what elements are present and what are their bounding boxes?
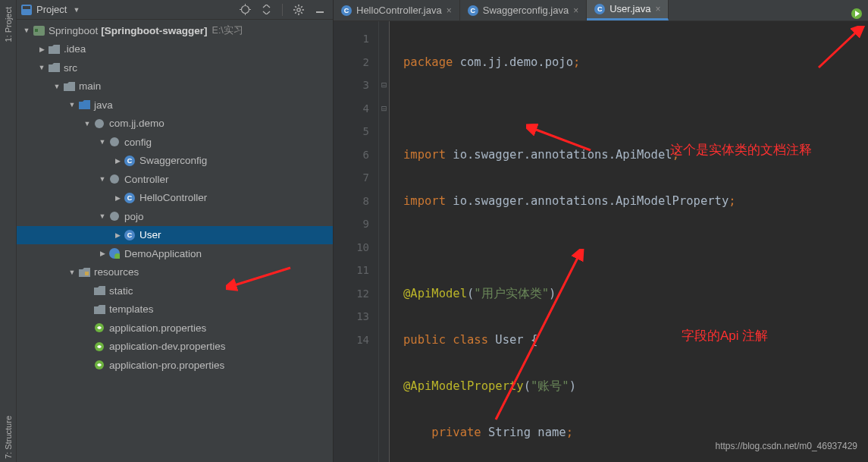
tree-item-app-pro[interactable]: ▶ application-pro.properties: [17, 356, 333, 375]
tree-item-user[interactable]: ▶ C User: [17, 226, 333, 245]
chevron-right-icon[interactable]: ▶: [36, 46, 47, 53]
tree-item-config[interactable]: ▼ config: [17, 133, 333, 152]
svg-rect-1: [23, 6, 30, 9]
tree-item-static[interactable]: ▶ static: [17, 281, 333, 300]
tree-bracket: [Springboot-swagger]: [101, 25, 207, 36]
editor-area: C HelloController.java × C Swaggerconfig…: [334, 0, 868, 462]
tree-item-resources[interactable]: ▼ resources: [17, 263, 333, 282]
tree-item-hellocontroller[interactable]: ▶ C HelloController: [17, 189, 333, 208]
svg-text:C: C: [127, 231, 133, 239]
tree-path: E:\实习: [212, 24, 243, 37]
chevron-down-icon[interactable]: ▼: [97, 175, 108, 183]
tree-label: Springboot: [49, 25, 98, 36]
gear-icon[interactable]: [290, 2, 307, 18]
tool-window-ribbon: 1: Project 7: Structure: [0, 0, 17, 462]
code-editor[interactable]: package com.jj.demo.pojo; import io.swag…: [390, 21, 868, 462]
svg-line-12: [295, 6, 296, 8]
chevron-down-icon[interactable]: ▼: [52, 83, 62, 90]
tree-label: User: [139, 229, 161, 240]
chevron-down-icon[interactable]: ▼: [67, 269, 77, 276]
project-panel-header: Project ▼: [17, 0, 333, 20]
folder-icon: [62, 80, 76, 93]
chevron-down-icon[interactable]: ▼: [97, 212, 108, 220]
package-icon: [108, 173, 121, 185]
tree-label: application.properties: [109, 322, 206, 334]
editor-body: 1234567891011121314 ⊟⊟ package com.jj.de…: [334, 21, 868, 462]
tree-item-controller[interactable]: ▼ Controller: [17, 170, 333, 189]
tab-label: User.java: [609, 3, 650, 14]
chevron-right-icon[interactable]: ▶: [112, 231, 123, 239]
project-panel: Project ▼ ▼ Springboot [Springboot-swagg…: [17, 0, 334, 462]
chevron-down-icon[interactable]: ▼: [67, 101, 77, 108]
locate-icon[interactable]: [237, 2, 253, 18]
tree-label: main: [79, 80, 101, 92]
close-icon[interactable]: ×: [573, 5, 578, 16]
tab-user[interactable]: C User.java ×: [587, 0, 669, 20]
tree-item-swaggerconfig[interactable]: ▶ C Swaggerconfig: [17, 152, 333, 171]
class-icon: C: [123, 229, 136, 241]
folder-icon: [47, 43, 61, 55]
spring-class-icon: [108, 247, 121, 259]
tree-item-app-dev[interactable]: ▶ application-dev.properties: [17, 338, 333, 357]
tree-item-idea[interactable]: ▶ .idea: [17, 40, 333, 59]
panel-title: Project: [36, 4, 67, 15]
view-dropdown-icon[interactable]: ▼: [73, 6, 80, 14]
tree-root[interactable]: ▼ Springboot [Springboot-swagger] E:\实习: [17, 21, 333, 40]
class-icon: C: [123, 192, 136, 204]
folder-icon: [92, 303, 106, 316]
chevron-right-icon[interactable]: ▶: [97, 250, 108, 257]
tree-label: application-pro.properties: [109, 360, 224, 371]
class-icon: C: [468, 5, 478, 16]
tree-label: application-dev.properties: [109, 341, 226, 352]
tree-item-main[interactable]: ▼ main: [17, 77, 333, 96]
tree-item-app-props[interactable]: ▶ application.properties: [17, 319, 333, 338]
tree-label: HelloController: [139, 192, 207, 203]
chevron-right-icon[interactable]: ▶: [112, 194, 123, 202]
vtab-structure[interactable]: 7: Structure: [2, 413, 14, 462]
fold-column[interactable]: ⊟⊟: [379, 21, 390, 462]
hide-icon[interactable]: [312, 2, 328, 18]
tree-item-package[interactable]: ▼ com.jj.demo: [17, 115, 333, 134]
class-icon: C: [594, 4, 605, 14]
vtab-project[interactable]: 1: Project: [2, 4, 14, 45]
spring-props-icon: [92, 341, 106, 353]
chevron-right-icon[interactable]: ▶: [112, 157, 123, 165]
tab-swaggerconfig[interactable]: C Swaggerconfig.java ×: [460, 0, 587, 20]
tree-item-src[interactable]: ▼ src: [17, 58, 333, 77]
chevron-down-icon[interactable]: ▼: [21, 27, 32, 34]
tree-label: DemoApplication: [124, 248, 202, 259]
tree-item-demoapp[interactable]: ▶ DemoApplication: [17, 244, 333, 263]
spring-props-icon: [92, 359, 106, 371]
close-icon[interactable]: ×: [447, 5, 452, 16]
svg-text:C: C: [127, 194, 133, 202]
tree-item-templates[interactable]: ▶ templates: [17, 300, 333, 319]
tree-item-java[interactable]: ▼ java: [17, 96, 333, 115]
chevron-down-icon[interactable]: ▼: [36, 64, 47, 71]
svg-point-7: [297, 8, 300, 11]
separator: [282, 4, 283, 16]
svg-point-23: [110, 174, 119, 184]
tree-label: templates: [109, 303, 154, 315]
project-view-icon: [21, 5, 32, 15]
chevron-down-icon[interactable]: ▼: [97, 138, 108, 146]
tree-label: pojo: [124, 211, 144, 222]
folder-icon: [92, 284, 106, 297]
package-icon: [108, 136, 121, 148]
tree-item-pojo[interactable]: ▼ pojo: [17, 207, 333, 226]
line-gutter: 1234567891011121314: [334, 21, 379, 462]
tree-label: config: [124, 137, 152, 148]
close-icon[interactable]: ×: [655, 4, 660, 14]
project-tree[interactable]: ▼ Springboot [Springboot-swagger] E:\实习 …: [17, 20, 333, 462]
source-folder-icon: [77, 99, 91, 111]
tree-label: Controller: [124, 174, 169, 185]
run-ide-icon[interactable]: [850, 7, 863, 20]
resources-folder-icon: [77, 266, 91, 278]
svg-point-20: [110, 137, 119, 146]
svg-line-14: [295, 12, 296, 14]
chevron-down-icon[interactable]: ▼: [82, 120, 92, 127]
svg-rect-31: [85, 272, 89, 275]
expand-all-icon[interactable]: [258, 2, 274, 18]
tree-label: com.jj.demo: [109, 118, 165, 129]
tree-label: src: [64, 62, 77, 74]
tab-hellocontroller[interactable]: C HelloController.java ×: [334, 0, 460, 20]
